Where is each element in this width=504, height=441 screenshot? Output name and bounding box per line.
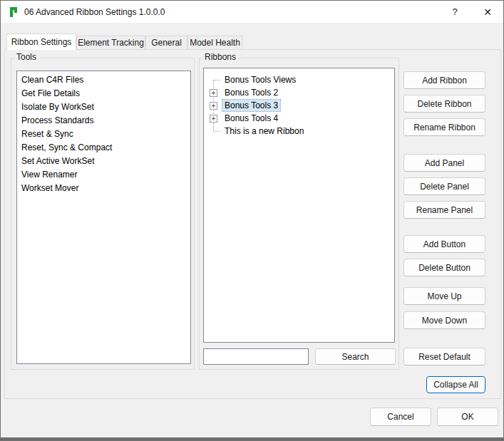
tree-item-label: Bonus Tools Views xyxy=(222,74,298,85)
tab-model-health[interactable]: Model Health xyxy=(187,36,242,50)
list-item[interactable]: Clean C4R Files xyxy=(17,73,190,87)
list-item[interactable]: Reset, Sync & Compact xyxy=(17,141,190,155)
tab-element-tracking[interactable]: Element Tracking xyxy=(76,36,145,50)
delete-button-button[interactable]: Delete Button xyxy=(403,259,485,276)
tree-item[interactable]: This is a new Ribbon xyxy=(207,125,391,138)
search-input[interactable] xyxy=(203,348,309,365)
tools-group-label: Tools xyxy=(14,52,39,63)
rename-ribbon-button[interactable]: Rename Ribbon xyxy=(403,118,485,136)
close-icon[interactable]: ✕ xyxy=(471,1,504,23)
move-up-button[interactable]: Move Up xyxy=(403,287,485,305)
list-item[interactable]: Process Standards xyxy=(17,114,190,128)
dialog-window: 06 Advanced Ribbon Settings 1.0.0.0 ? ✕ … xyxy=(0,0,504,441)
window-bottom-edge xyxy=(1,437,503,440)
collapse-all-button[interactable]: Collapse All xyxy=(426,376,485,393)
ok-button[interactable]: OK xyxy=(437,408,498,426)
expand-icon[interactable]: + xyxy=(210,102,217,110)
list-item[interactable]: Reset & Sync xyxy=(17,128,190,141)
expand-icon[interactable]: + xyxy=(210,115,217,123)
add-ribbon-button[interactable]: Add Ribbon xyxy=(403,71,485,89)
reset-default-button[interactable]: Reset Default xyxy=(403,348,485,365)
tools-list[interactable]: Clean C4R Files Get File Details Isolate… xyxy=(16,71,191,364)
list-item[interactable]: Isolate By WorkSet xyxy=(17,100,190,114)
tab-general[interactable]: General xyxy=(145,36,187,50)
tree-item-label: Bonus Tools 4 xyxy=(222,113,280,124)
delete-panel-button[interactable]: Delete Panel xyxy=(403,177,485,195)
tree-item[interactable]: Bonus Tools Views xyxy=(207,73,391,86)
title-bar: 06 Advanced Ribbon Settings 1.0.0.0 ? ✕ xyxy=(1,1,503,23)
app-icon xyxy=(8,6,19,18)
tree-item-selected[interactable]: + Bonus Tools 3 xyxy=(207,99,391,112)
tab-ribbon-settings[interactable]: Ribbon Settings xyxy=(6,33,76,50)
list-item[interactable]: View Renamer xyxy=(17,168,190,182)
window-title: 06 Advanced Ribbon Settings 1.0.0.0 xyxy=(24,1,165,23)
ribbons-tree[interactable]: Bonus Tools Views + Bonus Tools 2 + Bonu… xyxy=(203,68,395,343)
delete-ribbon-button[interactable]: Delete Ribbon xyxy=(403,95,485,113)
cancel-button[interactable]: Cancel xyxy=(370,408,431,426)
help-button[interactable]: ? xyxy=(438,1,471,23)
list-item[interactable]: Get File Details xyxy=(17,87,190,100)
tree-item-label: Bonus Tools 3 xyxy=(222,100,280,111)
add-button-button[interactable]: Add Button xyxy=(403,235,485,253)
rename-panel-button[interactable]: Rename Panel xyxy=(403,201,485,219)
move-down-button[interactable]: Move Down xyxy=(403,311,485,329)
tree-item-label: This is a new Ribbon xyxy=(222,125,306,137)
list-item[interactable]: Workset Mover xyxy=(17,182,190,195)
list-item[interactable]: Set Active WorkSet xyxy=(17,155,190,168)
tree-item[interactable]: + Bonus Tools 4 xyxy=(207,112,391,125)
expand-icon[interactable]: + xyxy=(210,89,217,97)
add-panel-button[interactable]: Add Panel xyxy=(403,154,485,172)
ribbons-group-label: Ribbons xyxy=(202,52,239,63)
search-button[interactable]: Search xyxy=(315,348,396,365)
tree-item[interactable]: + Bonus Tools 2 xyxy=(207,86,391,99)
tree-item-label: Bonus Tools 2 xyxy=(222,87,280,98)
